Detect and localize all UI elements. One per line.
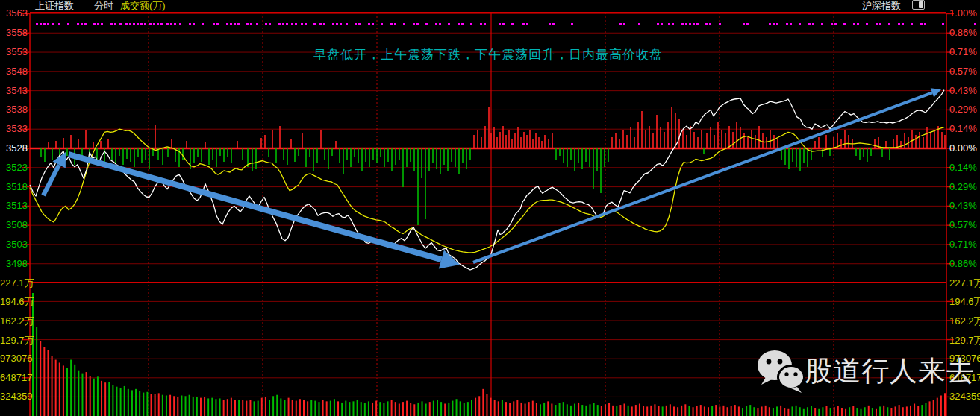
marker-dot: [84, 23, 87, 25]
marker-dot: [416, 23, 419, 25]
marker-dot: [571, 23, 573, 25]
marker-dot: [286, 23, 288, 25]
marker-dot: [336, 23, 338, 25]
marker-dot: [226, 23, 228, 25]
price-axis-label: 3503: [0, 239, 28, 250]
percent-axis-label: 0.14%: [949, 123, 977, 134]
marker-dot: [866, 23, 868, 25]
price-axis-label: 3543: [0, 85, 28, 96]
marker-dot: [689, 23, 691, 25]
marker-dot: [920, 23, 923, 25]
volume-axis-label: 162.2万: [949, 315, 980, 328]
marker-dot: [43, 23, 46, 25]
marker-dot: [119, 23, 122, 25]
marker-dot: [166, 23, 169, 25]
price-axis-label: 3533: [0, 123, 28, 134]
price-axis-label: 3528: [0, 142, 28, 154]
marker-dot: [40, 23, 42, 25]
volume-axis-label: 973076: [0, 353, 28, 364]
marker-dot: [769, 23, 771, 25]
marker-dot: [705, 23, 708, 25]
marker-dot: [36, 23, 38, 25]
marker-dot: [876, 23, 878, 25]
marker-dot: [368, 23, 370, 25]
marker-dot: [668, 23, 670, 25]
marker-dot: [358, 23, 361, 25]
marker-dot: [808, 23, 811, 25]
price-axis-label: 3518: [0, 181, 28, 192]
marker-dot: [81, 23, 83, 25]
marker-dot: [709, 23, 711, 25]
marker-dot: [202, 23, 204, 25]
arrow-afternoon-rally: [473, 92, 932, 262]
watermark-text: 股道行人来去: [805, 349, 975, 394]
marker-dot: [319, 23, 322, 25]
marker-dot: [552, 23, 555, 25]
marker-dot: [853, 23, 855, 25]
marker-dot: [898, 23, 900, 25]
marker-dot: [160, 23, 163, 25]
marker-dot: [137, 23, 139, 25]
marker-dot: [213, 23, 215, 25]
marker-dot: [174, 23, 176, 25]
marker-dot: [623, 23, 625, 25]
marker-dot: [619, 23, 622, 25]
marker-dot: [372, 23, 374, 25]
marker-dot: [413, 23, 415, 25]
marker-dot: [157, 23, 159, 25]
volume-axis-label: 162.2万: [0, 315, 28, 328]
marker-dot: [942, 23, 944, 25]
marker-dot: [144, 23, 146, 25]
marker-dot: [237, 23, 240, 25]
marker-dot: [265, 23, 267, 25]
marker-dot: [821, 23, 823, 25]
price-axis-label: 3563: [0, 7, 28, 19]
marker-dot: [58, 23, 60, 25]
marker-dot: [179, 23, 181, 25]
marker-dot: [693, 23, 695, 25]
marker-dot: [234, 23, 236, 25]
price-axis-label: 3498: [0, 258, 28, 269]
percent-axis-label: 0.86%: [949, 258, 977, 269]
marker-dot: [661, 23, 663, 25]
marker-dot: [93, 23, 96, 25]
marker-dot: [657, 23, 659, 25]
marker-dot: [834, 23, 837, 25]
percent-axis-label: 0.57%: [949, 66, 977, 77]
marker-dot: [812, 23, 814, 25]
marker-dot: [133, 23, 135, 25]
marker-dot: [403, 23, 405, 25]
marker-dot: [843, 23, 846, 25]
price-axis-label: 3538: [0, 104, 28, 115]
volume-axis-label: 194.6万: [0, 295, 28, 309]
marker-dot: [170, 23, 172, 25]
marker-dot: [672, 23, 674, 25]
volume-axis-label: 194.6万: [949, 295, 980, 309]
percent-axis-label: 0.57%: [949, 219, 977, 230]
marker-dot: [140, 23, 143, 25]
marker-dot: [256, 23, 258, 25]
marker-dot: [461, 23, 464, 25]
marker-dot: [346, 23, 348, 25]
percent-axis-label: 0.71%: [949, 46, 977, 57]
leading-index-line-yellow: [30, 127, 944, 253]
marker-dot: [831, 23, 833, 25]
price-axis-label: 3548: [0, 66, 28, 77]
volume-axis-label: 227.1万: [0, 277, 28, 290]
volume-axis-label: 227.1万: [949, 277, 980, 290]
marker-dot: [129, 23, 131, 25]
marker-dot: [790, 23, 792, 25]
marker-dot: [448, 23, 450, 25]
marker-dot: [776, 23, 778, 25]
marker-dot: [278, 23, 281, 25]
percent-axis-label: 0.43%: [949, 85, 977, 96]
percent-axis-label: 0.00%: [949, 142, 977, 154]
percent-axis-label: 0.29%: [949, 104, 977, 115]
marker-dot: [110, 23, 113, 25]
marker-dot: [924, 23, 926, 25]
marker-dot: [439, 23, 441, 25]
marker-dot: [799, 23, 801, 25]
marker-dot: [773, 23, 775, 25]
marker-dot: [282, 23, 284, 25]
price-axis-label: 3558: [0, 27, 28, 38]
